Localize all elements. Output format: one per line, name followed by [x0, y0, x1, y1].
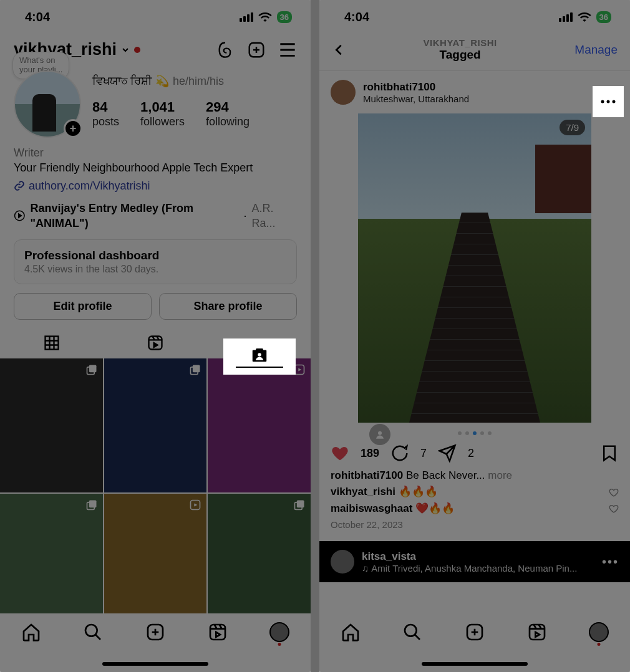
grid-cell[interactable]	[104, 358, 207, 492]
bottom-nav	[0, 613, 311, 672]
posts-grid	[0, 358, 311, 626]
profile-screen: 4:04 36 vikhyat_rishi What's on your	[0, 0, 311, 672]
nav-profile-icon[interactable]	[589, 622, 609, 642]
home-indicator	[422, 662, 528, 666]
tagged-people-icon[interactable]	[369, 424, 390, 445]
svg-point-20	[613, 100, 616, 103]
carousel-counter: 7/9	[560, 120, 585, 135]
comment-count[interactable]: 7	[420, 447, 427, 460]
link-icon	[14, 180, 25, 191]
post-options-highlight[interactable]	[593, 86, 624, 117]
nav-reels-icon[interactable]	[208, 622, 228, 642]
stat-followers[interactable]: 1,041 followers	[140, 99, 185, 128]
like-comment-icon[interactable]	[609, 487, 619, 497]
tagged-post-screen: 4:04 36 VIKHYAT_RISHI Tagged Manage rohi…	[319, 0, 630, 672]
stat-posts[interactable]: 84 posts	[92, 99, 119, 128]
stat-following[interactable]: 294 following	[206, 99, 250, 128]
svg-rect-2	[46, 337, 59, 350]
tab-tagged-highlight[interactable]	[223, 338, 296, 375]
music-note-icon: ♫	[362, 563, 369, 574]
post-image[interactable]: 7/9	[358, 113, 591, 423]
nav-reels-icon[interactable]	[527, 622, 547, 642]
next-post-options-icon[interactable]: •••	[602, 555, 619, 569]
carousel-icon	[293, 499, 306, 511]
post-date: October 22, 2023	[319, 517, 630, 530]
nav-profile-icon[interactable]	[269, 622, 289, 642]
tab-reels[interactable]	[104, 327, 207, 358]
bio-text: Your Friendly Neighbourhood Apple Tech E…	[14, 160, 297, 175]
post-author-avatar[interactable]	[331, 80, 356, 105]
nav-search-icon[interactable]	[402, 622, 422, 642]
grid-cell[interactable]	[0, 358, 103, 492]
bio-link[interactable]: authory.com/Vikhyatrishi	[14, 178, 297, 193]
status-right: 36	[240, 11, 292, 23]
next-post-header[interactable]: kitsa_vista ♫Amit Trivedi, Anushka Manch…	[319, 541, 630, 582]
grid-cell[interactable]	[0, 494, 103, 627]
back-icon[interactable]	[332, 41, 346, 59]
create-icon[interactable]	[247, 41, 266, 59]
svg-rect-10	[89, 500, 96, 507]
grid-cell[interactable]	[208, 358, 311, 492]
svg-point-19	[607, 100, 610, 103]
header-username: VIKHYAT_RISHI	[346, 37, 574, 48]
sparkle-icon: 💫	[155, 74, 169, 88]
signal-icon	[559, 12, 573, 22]
svg-point-4	[258, 353, 261, 357]
share-profile-button[interactable]: Share profile	[159, 293, 297, 320]
nav-home-icon[interactable]	[341, 622, 361, 642]
post-author-username[interactable]: rohitbhati7100	[363, 81, 469, 94]
comment-row[interactable]: maibiswasghaat ❤️🔥🔥	[319, 501, 630, 517]
professional-dashboard[interactable]: Professional dashboard 4.5K views in the…	[14, 239, 297, 284]
share-count[interactable]: 2	[468, 447, 474, 460]
more-options-icon	[601, 100, 616, 103]
tab-grid[interactable]	[0, 327, 104, 358]
post-actions: 189 7 2	[319, 435, 630, 468]
edit-profile-button[interactable]: Edit profile	[14, 293, 152, 320]
profile-music[interactable]: Ranvijay's Entry Medley (From "ANIMAL") …	[14, 201, 297, 231]
notification-dot	[134, 47, 140, 53]
wifi-icon	[578, 12, 591, 22]
share-icon[interactable]	[438, 444, 457, 463]
status-right: 36	[559, 11, 611, 23]
svg-rect-5	[89, 365, 96, 373]
reels-icon	[147, 334, 164, 352]
bio-category: Writer	[14, 145, 297, 160]
manage-button[interactable]: Manage	[574, 43, 618, 57]
nav-home-icon[interactable]	[21, 622, 41, 642]
comment-row[interactable]: vikhyat_rishi 🔥🔥🔥	[319, 484, 630, 500]
svg-rect-17	[210, 625, 225, 640]
svg-rect-7	[193, 365, 200, 373]
status-bar: 4:04 36	[319, 0, 630, 34]
comment-icon[interactable]	[390, 444, 409, 463]
home-indicator	[102, 662, 208, 666]
post-caption[interactable]: rohitbhati7100 Be Back Never... more	[319, 468, 630, 484]
grid-cell[interactable]	[208, 494, 311, 627]
post-header: rohitbhati7100 Mukteshwar, Uttarakhand	[319, 71, 630, 113]
post-location[interactable]: Mukteshwar, Uttarakhand	[363, 94, 469, 104]
reel-badge-icon	[189, 499, 201, 511]
status-time: 4:04	[344, 10, 369, 24]
pronouns: he/him/his	[173, 75, 224, 88]
nav-create-icon[interactable]	[465, 622, 485, 642]
like-icon[interactable]	[331, 444, 349, 463]
svg-point-22	[405, 625, 417, 636]
menu-icon[interactable]	[278, 41, 297, 59]
wifi-icon	[258, 12, 272, 22]
profile-avatar[interactable]: What's on your playli... +	[14, 70, 81, 138]
save-icon[interactable]	[600, 444, 619, 463]
next-post-music: Amit Trivedi, Anushka Manchanda, Neuman …	[371, 563, 577, 574]
svg-point-21	[378, 431, 382, 435]
add-story-icon[interactable]: +	[64, 119, 82, 138]
svg-point-15	[85, 625, 97, 636]
nav-create-icon[interactable]	[145, 622, 165, 642]
like-comment-icon[interactable]	[609, 504, 619, 514]
next-post-avatar	[331, 550, 354, 574]
nav-search-icon[interactable]	[83, 622, 103, 642]
tagged-icon	[250, 345, 269, 364]
grid-cell[interactable]	[104, 494, 207, 627]
threads-icon[interactable]	[216, 41, 235, 59]
svg-rect-24	[530, 625, 545, 640]
status-time: 4:04	[25, 10, 50, 24]
like-count[interactable]: 189	[361, 447, 379, 460]
battery-indicator: 36	[277, 11, 292, 23]
